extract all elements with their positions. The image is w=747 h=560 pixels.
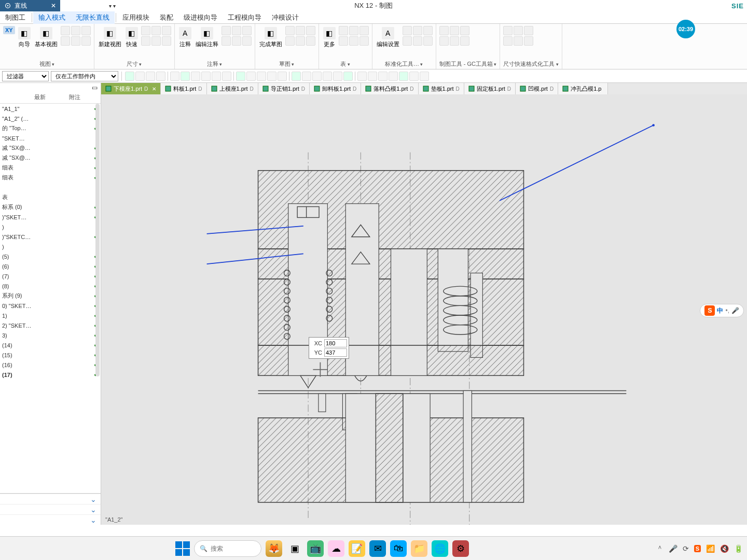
toolbar-icon-0[interactable] — [125, 72, 134, 81]
ribbon-small-icon[interactable] — [460, 36, 469, 46]
app-notes[interactable]: 📝 — [349, 540, 365, 557]
ribbon-small-icon[interactable] — [450, 36, 459, 46]
doc-tab-导正销1.prt[interactable]: 导正销1.prtD — [258, 83, 310, 94]
ribbon-btn-编辑注释[interactable]: ◧编辑注释 — [195, 26, 219, 49]
tree-row[interactable]: (16)✔ — [0, 360, 101, 370]
app-video[interactable]: 📺 — [307, 540, 324, 557]
ribbon-small-icon[interactable] — [141, 26, 150, 35]
ribbon-small-icon[interactable] — [439, 26, 449, 35]
ribbon-btn-更多[interactable]: ◧更多 — [322, 26, 337, 49]
menu-无限长直线[interactable]: 无限长直线 — [71, 11, 115, 24]
toolbar-icon-26[interactable] — [409, 72, 419, 81]
tree-row[interactable]: 减 "SX@…✔ — [0, 143, 101, 153]
tree-row[interactable] — [0, 183, 101, 192]
doc-tab-凹模.prt[interactable]: 凹模.prtD — [516, 83, 558, 94]
mic-icon[interactable]: 🎤 — [731, 307, 739, 314]
toolbar-icon-16[interactable] — [302, 72, 311, 81]
toolbar-icon-6[interactable] — [191, 72, 200, 81]
ribbon-btn-快速[interactable]: ◧快速 — [125, 26, 139, 49]
ribbon-small-icon[interactable] — [403, 36, 412, 46]
toolbar-icon-18[interactable] — [323, 72, 332, 81]
collapse-row-2[interactable]: ⌄ — [0, 504, 101, 514]
ribbon-small-icon[interactable] — [306, 36, 315, 46]
ime-mode[interactable]: 中 — [717, 306, 723, 315]
ribbon-small-icon[interactable] — [296, 36, 305, 46]
tree-row[interactable]: ) — [0, 222, 101, 232]
ribbon-btn-编辑设置[interactable]: A编辑设置 — [376, 26, 400, 49]
toolbar-icon-4[interactable] — [170, 72, 179, 81]
ribbon-small-icon[interactable] — [403, 26, 412, 35]
dropdown-icon[interactable]: ▾ ▾ — [109, 3, 116, 9]
start-button[interactable] — [175, 541, 190, 556]
app-genshin[interactable]: 🦊 — [266, 540, 282, 557]
toolbar-icon-1[interactable] — [135, 72, 145, 81]
drawing-canvas[interactable]: 下模座1.prtD✕料板1.prtD上模座1.prtD导正销1.prtD卸料板1… — [101, 83, 747, 525]
tree-row[interactable]: 标系 (0)✔ — [0, 202, 101, 212]
ribbon-small-icon[interactable] — [232, 36, 241, 46]
tree-row[interactable]: 1)✔ — [0, 311, 101, 320]
search-input[interactable] — [211, 545, 252, 552]
doc-tab-上模座1.prt[interactable]: 上模座1.prtD — [207, 83, 258, 94]
tray-mic-icon[interactable]: 🎤 — [669, 544, 677, 553]
tray-sync-icon[interactable]: ⟳ — [683, 544, 689, 553]
ribbon-small-icon[interactable] — [439, 36, 449, 46]
ribbon-small-icon[interactable] — [61, 26, 70, 35]
tree-row[interactable]: 0) "SKET…✔ — [0, 301, 101, 311]
ribbon-small-icon[interactable] — [61, 36, 70, 46]
drawing-viewport[interactable] — [101, 94, 747, 525]
ribbon-small-icon[interactable] — [81, 36, 91, 46]
toolbar-icon-14[interactable] — [278, 72, 287, 81]
app-task-view[interactable]: ▣ — [286, 540, 303, 557]
tree-row[interactable]: 表 — [0, 192, 101, 202]
doc-tab-冲孔凸模1.p[interactable]: 冲孔凸模1.p — [558, 83, 608, 94]
tree-row[interactable]: (8)✔ — [0, 281, 101, 291]
xy-toggle[interactable]: XY — [3, 26, 15, 34]
ribbon-btn-向导[interactable]: ◧向导 — [17, 26, 32, 49]
panel-maximize-icon[interactable]: ▭ — [92, 84, 98, 91]
ribbon-small-icon[interactable] — [413, 26, 422, 35]
menu-装配[interactable]: 装配 — [155, 11, 178, 24]
ribbon-small-icon[interactable] — [413, 36, 422, 46]
toolbar-icon-2[interactable] — [146, 72, 155, 81]
toolbar-icon-8[interactable] — [212, 72, 221, 81]
ribbon-small-icon[interactable] — [162, 26, 171, 35]
toolbar-icon-9[interactable] — [222, 72, 231, 81]
app-store[interactable]: 🛍 — [390, 540, 407, 557]
app-edge[interactable]: 🌐 — [432, 540, 448, 557]
ribbon-small-icon[interactable] — [503, 26, 513, 35]
toolbar-icon-22[interactable] — [368, 72, 377, 81]
tree-row[interactable]: )"SKETC…✔ — [0, 232, 101, 242]
tree-row[interactable]: "SKET… — [0, 133, 101, 143]
ribbon-small-icon[interactable] — [524, 26, 533, 35]
sogou-icon[interactable]: S — [704, 305, 715, 316]
app-mail[interactable]: ✉ — [369, 540, 386, 557]
ribbon-small-icon[interactable] — [339, 26, 348, 35]
ribbon-small-icon[interactable] — [349, 36, 358, 46]
toolbar-icon-11[interactable] — [246, 72, 256, 81]
ribbon-small-icon[interactable] — [524, 36, 533, 46]
doc-tab-下模座1.prt[interactable]: 下模座1.prtD✕ — [101, 83, 161, 94]
ribbon-small-icon[interactable] — [71, 26, 80, 35]
ribbon-btn-注释[interactable]: A注释 — [178, 26, 192, 49]
ribbon-small-icon[interactable] — [339, 36, 348, 46]
menu-应用模块[interactable]: 应用模块 — [117, 11, 155, 24]
tree-row[interactable]: ) — [0, 242, 101, 251]
doc-tab-垫板1.prt[interactable]: 垫板1.prtD — [419, 83, 464, 94]
tree-row[interactable]: (15)✔ — [0, 350, 101, 360]
ribbon-small-icon[interactable] — [514, 26, 523, 35]
tree-row[interactable]: 减 "SX@…✔ — [0, 153, 101, 163]
menu-输入模式[interactable]: 输入模式 — [33, 11, 71, 24]
app-nx[interactable]: ⚙ — [452, 540, 469, 557]
xc-field[interactable] — [324, 339, 347, 347]
ribbon-small-icon[interactable] — [306, 26, 315, 35]
tree-row[interactable]: 细表✔ — [0, 173, 101, 183]
ribbon-small-icon[interactable] — [162, 36, 171, 46]
app-explorer[interactable]: 📁 — [411, 540, 427, 557]
ribbon-small-icon[interactable] — [359, 26, 369, 35]
tree-row[interactable]: )"SKET…✔ — [0, 212, 101, 222]
doc-tab-料板1.prt[interactable]: 料板1.prtD — [161, 83, 206, 94]
ime-toolbar[interactable]: S 中 •, 🎤 — [700, 304, 744, 317]
tree-row[interactable]: (17)✔ — [0, 370, 101, 380]
tree-row[interactable]: (5)✔ — [0, 251, 101, 261]
system-tray[interactable]: ＾ 🎤 ⟳ S 📶 🔇 🔋 — [656, 544, 743, 553]
